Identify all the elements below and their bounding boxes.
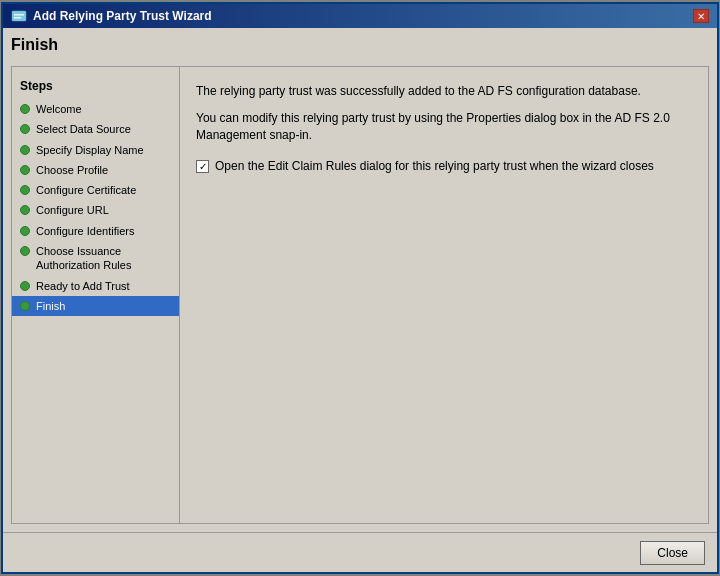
step-dot-configure-identifiers — [20, 226, 30, 236]
sidebar-item-label-configure-certificate: Configure Certificate — [36, 183, 136, 197]
svg-rect-2 — [14, 17, 21, 19]
main-content: The relying party trust was successfully… — [180, 67, 708, 523]
sidebar-item-label-choose-profile: Choose Profile — [36, 163, 108, 177]
sidebar-item-ready-to-add: Ready to Add Trust — [12, 276, 179, 296]
checkbox-label: Open the Edit Claim Rules dialog for thi… — [215, 159, 654, 175]
title-bar: Add Relying Party Trust Wizard ✕ — [3, 4, 717, 28]
sidebar-item-label-specify-display-name: Specify Display Name — [36, 143, 144, 157]
sidebar-item-welcome: Welcome — [12, 99, 179, 119]
open-edit-claim-rules-checkbox[interactable]: ✓ — [196, 160, 209, 173]
sidebar-item-label-choose-issuance: Choose Issuance Authorization Rules — [36, 244, 171, 273]
sidebar-item-label-configure-url: Configure URL — [36, 203, 109, 217]
sidebar-item-choose-profile: Choose Profile — [12, 160, 179, 180]
sidebar: Steps Welcome Select Data Source Specify… — [12, 67, 180, 523]
sidebar-item-label-configure-identifiers: Configure Identifiers — [36, 224, 134, 238]
sidebar-item-configure-url: Configure URL — [12, 200, 179, 220]
svg-rect-0 — [12, 11, 26, 21]
window-title: Add Relying Party Trust Wizard — [33, 9, 212, 23]
sidebar-item-choose-issuance: Choose Issuance Authorization Rules — [12, 241, 179, 276]
window-close-button[interactable]: ✕ — [693, 9, 709, 23]
close-button[interactable]: Close — [640, 541, 705, 565]
content-area: Steps Welcome Select Data Source Specify… — [11, 66, 709, 524]
step-dot-select-data-source — [20, 124, 30, 134]
sidebar-item-configure-certificate: Configure Certificate — [12, 180, 179, 200]
step-dot-choose-profile — [20, 165, 30, 175]
page-title: Finish — [11, 36, 709, 58]
window-icon — [11, 8, 27, 24]
sidebar-item-label-finish: Finish — [36, 299, 65, 313]
step-dot-choose-issuance — [20, 246, 30, 256]
sidebar-header: Steps — [12, 75, 179, 99]
footer: Close — [3, 532, 717, 572]
step-dot-welcome — [20, 104, 30, 114]
sidebar-item-select-data-source: Select Data Source — [12, 119, 179, 139]
step-dot-finish — [20, 301, 30, 311]
sidebar-item-label-welcome: Welcome — [36, 102, 82, 116]
step-dot-ready-to-add — [20, 281, 30, 291]
step-dot-configure-url — [20, 205, 30, 215]
step-dot-specify-display-name — [20, 145, 30, 155]
info-message: You can modify this relying party trust … — [196, 110, 692, 144]
success-message: The relying party trust was successfully… — [196, 83, 692, 100]
svg-rect-1 — [14, 14, 24, 16]
sidebar-item-configure-identifiers: Configure Identifiers — [12, 221, 179, 241]
sidebar-item-specify-display-name: Specify Display Name — [12, 140, 179, 160]
sidebar-item-label-select-data-source: Select Data Source — [36, 122, 131, 136]
window-body: Finish Steps Welcome Select Data Source … — [3, 28, 717, 532]
sidebar-item-label-ready-to-add: Ready to Add Trust — [36, 279, 130, 293]
step-dot-configure-certificate — [20, 185, 30, 195]
sidebar-item-finish: Finish — [12, 296, 179, 316]
checkmark-icon: ✓ — [199, 161, 207, 172]
checkbox-row: ✓ Open the Edit Claim Rules dialog for t… — [196, 159, 692, 175]
wizard-window: Add Relying Party Trust Wizard ✕ Finish … — [1, 2, 719, 574]
